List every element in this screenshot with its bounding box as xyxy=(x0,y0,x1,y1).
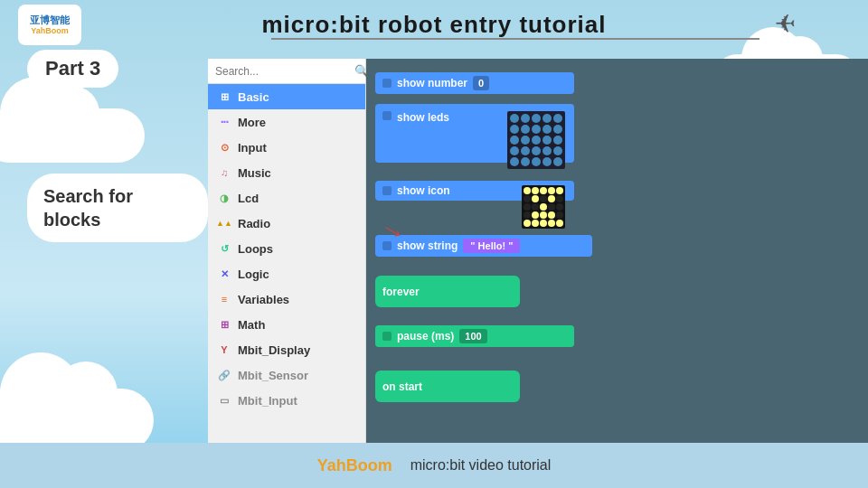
led-icon: ◑ xyxy=(217,191,231,205)
more-icon: ··· xyxy=(217,115,231,129)
category-label-music: Music xyxy=(238,166,271,180)
sidebar-item-more[interactable]: ··· More xyxy=(208,109,365,135)
logic-icon: ✕ xyxy=(217,267,231,281)
toolbox: 🔍 ⊞ Basic ··· More ⊙ Input ♫ Music xyxy=(208,59,366,443)
category-label-more: More xyxy=(238,116,266,129)
sidebar-item-basic[interactable]: ⊞ Basic xyxy=(208,84,365,109)
search-bar[interactable]: 🔍 xyxy=(208,59,365,84)
block-label-show-string: show string xyxy=(397,239,458,252)
block-label-on-start: on start xyxy=(382,380,422,393)
category-label-mbit-sensor: Mbit_Sensor xyxy=(238,369,308,382)
sidebar-item-mbit-display[interactable]: Y Mbit_Display xyxy=(208,337,365,362)
left-panel: Part 3 Search for blocks xyxy=(27,50,208,242)
category-label-mbit-input: Mbit_Input xyxy=(238,394,297,408)
category-label-logic: Logic xyxy=(238,267,269,281)
input-icon: ⊙ xyxy=(217,140,231,155)
logo-area: 亚博智能 YahBoom xyxy=(18,5,81,45)
radio-icon: ▲▲ xyxy=(217,216,231,230)
block-connector-pause xyxy=(382,332,392,341)
mbit-input-icon: ▭ xyxy=(217,393,231,408)
sidebar-item-logic[interactable]: ✕ Logic xyxy=(208,261,365,286)
sidebar-item-led[interactable]: ◑ Lcd xyxy=(208,185,365,211)
basic-icon: ⊞ xyxy=(217,89,231,104)
sidebar-item-mbit-sensor[interactable]: 🔗 Mbit_Sensor xyxy=(208,362,365,388)
category-label-led: Lcd xyxy=(238,192,259,205)
header: 亚博智能 YahBoom micro:bit robot entry tutor… xyxy=(0,0,868,50)
music-icon: ♫ xyxy=(217,165,231,180)
workspace: show number 0 show leds xyxy=(366,59,868,443)
sidebar-item-radio[interactable]: ▲▲ Radio xyxy=(208,211,365,236)
sidebar-item-mbit-input[interactable]: ▭ Mbit_Input xyxy=(208,388,365,413)
led-grid-icon xyxy=(522,185,565,229)
math-icon: ⊞ xyxy=(217,317,231,332)
block-label-forever: forever xyxy=(382,286,420,298)
block-label-show-number: show number xyxy=(397,77,467,89)
page-title: micro:bit robot entry tutorial xyxy=(81,11,787,39)
search-label: Search for blocks xyxy=(27,174,208,242)
mbit-display-icon: Y xyxy=(217,343,231,357)
category-label-basic: Basic xyxy=(238,90,269,104)
sidebar-item-input[interactable]: ⊙ Input xyxy=(208,135,365,160)
category-label-mbit-display: Mbit_Display xyxy=(238,343,310,357)
logo-top: 亚博智能 xyxy=(30,14,70,25)
forever-block[interactable]: forever xyxy=(375,276,520,307)
logo-bottom: YahBoom xyxy=(31,26,69,35)
editor-area: 🔍 ⊞ Basic ··· More ⊙ Input ♫ Music xyxy=(208,59,868,443)
show-icon-block[interactable]: show icon xyxy=(375,181,574,201)
sidebar-item-math[interactable]: ⊞ Math xyxy=(208,312,365,337)
search-label-line1: Search for xyxy=(43,186,133,206)
block-value-pause: 100 xyxy=(459,329,486,343)
mbit-sensor-icon: 🔗 xyxy=(217,368,231,382)
loops-icon: ↺ xyxy=(217,241,231,256)
sidebar-item-loops[interactable]: ↺ Loops xyxy=(208,236,365,261)
part-label: Part 3 xyxy=(27,50,118,88)
block-value-show-number: 0 xyxy=(473,76,489,90)
block-label-pause: pause (ms) xyxy=(397,330,454,343)
sidebar-item-music[interactable]: ♫ Music xyxy=(208,160,365,185)
show-string-block[interactable]: show string " Hello! " xyxy=(375,235,592,257)
block-label-show-leds: show leds xyxy=(397,111,449,124)
search-label-line2: blocks xyxy=(43,210,100,230)
show-number-block[interactable]: show number 0 xyxy=(375,72,574,94)
block-connector-icon xyxy=(382,186,392,195)
category-label-radio: Radio xyxy=(238,217,270,230)
sidebar-item-variables[interactable]: ≡ Variables xyxy=(208,286,365,312)
footer-text: micro:bit video tutorial xyxy=(410,457,552,474)
category-label-loops: Loops xyxy=(238,242,273,256)
category-label-math: Math xyxy=(238,318,265,332)
logo-box: 亚博智能 YahBoom xyxy=(18,5,81,45)
block-connector xyxy=(382,79,392,88)
variables-icon: ≡ xyxy=(217,292,231,306)
category-label-input: Input xyxy=(238,141,267,155)
search-input[interactable] xyxy=(215,65,351,78)
category-list: ⊞ Basic ··· More ⊙ Input ♫ Music ◑ Lcd xyxy=(208,84,365,443)
block-label-show-icon: show icon xyxy=(397,184,450,197)
on-start-block[interactable]: on start xyxy=(375,371,520,402)
show-leds-block[interactable]: show leds xyxy=(375,104,574,163)
footer-logo: YahBoom xyxy=(317,456,392,475)
led-grid-leds xyxy=(507,111,565,169)
block-connector-leds xyxy=(382,111,392,120)
block-value-show-string: " Hello! " xyxy=(463,239,520,253)
pause-block[interactable]: pause (ms) 100 xyxy=(375,325,574,347)
category-label-variables: Variables xyxy=(238,293,289,306)
footer: YahBoom micro:bit video tutorial xyxy=(0,443,868,488)
